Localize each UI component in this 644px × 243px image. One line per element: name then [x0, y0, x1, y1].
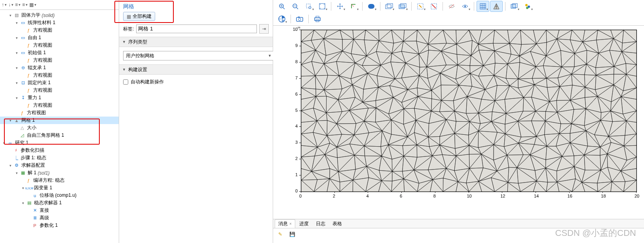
- y-tick-label: 7: [295, 75, 298, 80]
- node-stat-solver[interactable]: ▾ ▤ 稳态求解器 1: [0, 199, 119, 207]
- node-label: 重力 1: [28, 94, 41, 101]
- node-label: 位移场 (comp1.u): [40, 192, 76, 199]
- free-bc-icon: ▭: [20, 35, 26, 41]
- label-input[interactable]: [136, 24, 257, 33]
- node-disp-field[interactable]: u 位移场 (comp1.u): [0, 192, 119, 199]
- svg-rect-11: [386, 5, 391, 9]
- node-eqview-2[interactable]: ƒ 方程视图: [0, 41, 119, 49]
- node-free-tri[interactable]: ◿ 自由三角形网格 1: [0, 132, 119, 139]
- node-eqview-7[interactable]: ƒ 方程视图: [0, 109, 119, 117]
- svg-line-1: [283, 8, 285, 9]
- material-icon: ▭: [20, 20, 26, 26]
- y-tick-label: 8: [295, 59, 298, 64]
- node-parametric[interactable]: P 参数化 1: [0, 222, 119, 229]
- build-all-button[interactable]: ▦ 全部构建: [123, 12, 155, 21]
- tab-table[interactable]: 表格: [329, 220, 345, 228]
- zoom-box-icon[interactable]: [302, 1, 315, 12]
- y-tick-label: 0: [295, 188, 298, 193]
- show-icon[interactable]: [459, 1, 471, 12]
- node-direct[interactable]: ✕ 直接: [0, 207, 119, 214]
- zoom-extents-icon[interactable]: [316, 1, 329, 12]
- goto-icon: ⇥: [262, 26, 266, 32]
- node-compile[interactable]: ƒ 编译方程: 稳态: [0, 177, 119, 184]
- node-initial[interactable]: ▾ ▭ 初始值 1: [0, 49, 119, 57]
- direct-solver-icon: ✕: [32, 207, 38, 214]
- tab-messages[interactable]: 消息×: [275, 219, 295, 228]
- deselect-icon[interactable]: [427, 1, 440, 12]
- select-domain-icon[interactable]: [365, 1, 378, 12]
- tree-collapse-all-icon[interactable]: ↑▾: [2, 2, 7, 8]
- pan-icon[interactable]: [334, 1, 346, 12]
- zoom-out-icon[interactable]: [289, 1, 302, 12]
- section-build-settings[interactable]: ▼ 构建设置: [119, 64, 273, 75]
- node-param-sweep[interactable]: ♯ 参数化扫描: [0, 147, 119, 154]
- axis-unit-label: m: [298, 26, 300, 29]
- node-eqview-1[interactable]: ƒ 方程视图: [0, 26, 119, 34]
- node-label: 参数化扫描: [21, 147, 44, 154]
- auto-build-checkbox-row[interactable]: 自动构建新操作: [123, 79, 269, 85]
- tree-toolbar: ↑▾ ↓▾ ≡▾ ≡ ▾ ▦▾: [0, 0, 119, 10]
- node-eqview-6[interactable]: ƒ 方程视图: [0, 102, 119, 109]
- chevron-down-icon: ▼: [268, 54, 272, 58]
- svg-rect-7: [306, 4, 310, 8]
- close-icon[interactable]: ×: [289, 222, 292, 226]
- svg-line-5: [296, 8, 298, 9]
- y-tick-label: 6: [295, 92, 298, 96]
- node-label: 自由 1: [28, 34, 41, 41]
- y-tick-label: 4: [295, 124, 298, 128]
- node-step[interactable]: ⎿ 步骤 1: 稳态: [0, 154, 119, 162]
- tab-log[interactable]: 日志: [313, 220, 329, 228]
- node-label: 固定约束 1: [28, 79, 51, 86]
- node-eqview-4[interactable]: ƒ 方程视图: [0, 72, 119, 79]
- clear-messages-icon[interactable]: ✎: [275, 230, 285, 239]
- camera-aperture-icon[interactable]: [275, 13, 288, 24]
- rotate-icon[interactable]: [347, 1, 360, 12]
- node-fixed[interactable]: ▾ ⊡ 固定约束 1: [0, 79, 119, 87]
- sequence-type-dropdown[interactable]: 用户控制网格 ▼: [123, 51, 274, 60]
- node-eqview-3[interactable]: ƒ 方程视图: [0, 57, 119, 64]
- node-depvar[interactable]: ▾ u,v,w 因变量 1: [0, 184, 119, 192]
- section-sequence-type[interactable]: ▼ 序列类型: [119, 37, 273, 47]
- node-label: 稳态求解器 1: [34, 200, 62, 206]
- auto-build-checkbox[interactable]: [123, 79, 128, 85]
- grid-icon[interactable]: [477, 1, 489, 12]
- node-study[interactable]: ▾ ∞ 研究 1: [0, 139, 119, 147]
- tab-progress[interactable]: 进度: [296, 220, 312, 228]
- save-messages-icon[interactable]: 💾: [287, 230, 297, 239]
- scene-light-icon[interactable]: [508, 1, 521, 12]
- node-label: 方程视图: [27, 109, 46, 116]
- tree-expand-all-icon[interactable]: ↓▾: [8, 2, 13, 8]
- select-box-icon[interactable]: [414, 1, 427, 12]
- view-list-icon[interactable]: [521, 1, 534, 12]
- tree-view-icon[interactable]: ▦▾: [29, 2, 36, 8]
- node-label: 求解器配置: [21, 162, 45, 169]
- graphics-canvas[interactable]: m01234567891002468101214161820: [273, 26, 644, 219]
- node-label: 大小: [27, 124, 36, 131]
- print-icon[interactable]: [311, 13, 324, 24]
- hide-icon[interactable]: [445, 1, 458, 12]
- node-roller[interactable]: ▾ ⊖ 辊支承 1: [0, 64, 119, 72]
- node-free[interactable]: ▾ ▭ 自由 1: [0, 34, 119, 41]
- svg-point-8: [309, 6, 311, 9]
- x-tick-label: 4: [366, 194, 369, 198]
- equation-view-icon: ƒ: [25, 42, 32, 49]
- tree-filter-icon[interactable]: ≡▾: [15, 2, 21, 8]
- node-eqview-5[interactable]: ƒ 方程视图: [0, 87, 119, 94]
- zoom-in-icon[interactable]: [275, 1, 288, 12]
- node-solid-mechanics[interactable]: ▾ ▧ 固体力学 (solid): [0, 11, 119, 19]
- node-mesh[interactable]: ▾ ▲ 网格 1: [0, 117, 119, 124]
- section-arrow-icon: ▼: [122, 40, 126, 44]
- mesh-render-icon[interactable]: [490, 1, 503, 12]
- node-linear-elastic[interactable]: ▾ ▭ 线弹性材料 1: [0, 19, 119, 26]
- node-size[interactable]: △ 大小: [0, 124, 119, 132]
- node-solver-cfg[interactable]: ▾ ⚙ 求解器配置: [0, 162, 119, 169]
- node-sol[interactable]: ▾ ▦ 解 1 (sol1): [0, 169, 119, 177]
- node-advanced[interactable]: ≣ 高级: [0, 214, 119, 222]
- snapshot-icon[interactable]: [293, 13, 306, 24]
- tree-sort-icon[interactable]: ≡ ▾: [22, 2, 28, 8]
- transparency-icon[interactable]: [396, 1, 409, 12]
- goto-node-button[interactable]: ⇥: [259, 24, 269, 34]
- clip-plane-icon[interactable]: [383, 1, 395, 12]
- equation-view-icon: ƒ: [19, 110, 25, 116]
- node-gravity[interactable]: ▾ ↧ 重力 1: [0, 94, 119, 102]
